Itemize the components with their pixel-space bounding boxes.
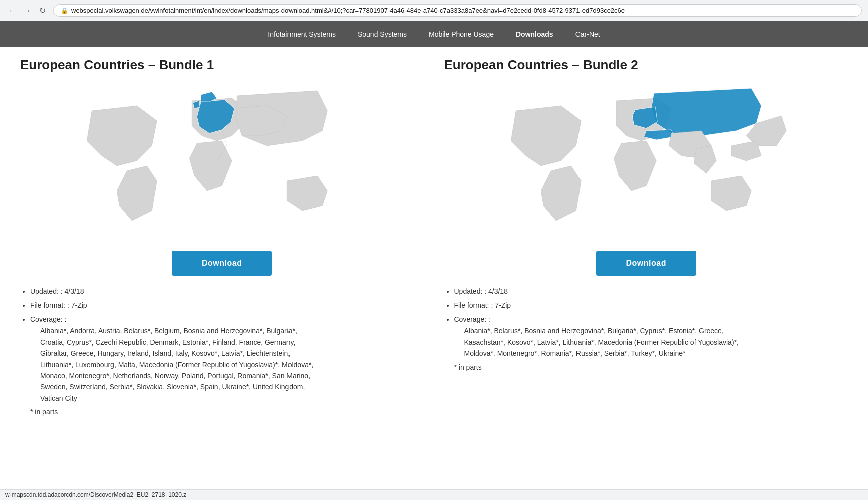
bundle-2-coverage-text: Albania*, Belarus*, Bosnia and Herzegovi… [454,325,745,359]
bundle-1-map [20,81,424,241]
bundle-1-column: European Countries – Bundle 1 [20,57,424,416]
nav-sound-systems[interactable]: Sound Systems [347,22,418,46]
bundle-2-updated: Updated: : 4/3/18 [454,286,745,298]
bundle-1-coverage-text: Albania*, Andorra, Austria, Belarus*, Be… [30,325,321,404]
bundle-1-info-list: Updated: : 4/3/18 File format: : 7-Zip C… [20,286,321,406]
nav-car-net[interactable]: Car-Net [564,22,611,46]
browser-chrome: ← → ↻ 🔒 webspecial.volkswagen.de/vwinfot… [0,0,868,21]
back-button[interactable]: ← [6,5,18,17]
bundles-container: European Countries – Bundle 1 [20,57,848,416]
bundle-1-download-button[interactable]: Download [172,251,272,276]
forward-button[interactable]: → [21,5,33,17]
bundle-2-column: European Countries – Bundle 2 [444,57,848,416]
bundle-1-title: European Countries – Bundle 1 [20,57,214,73]
main-content: European Countries – Bundle 1 [0,47,868,426]
bundle-1-map-svg [20,81,424,241]
nav-buttons: ← → ↻ [6,5,48,17]
address-bar[interactable]: 🔒 webspecial.volkswagen.de/vwinfotainmen… [53,4,862,17]
lock-icon: 🔒 [61,7,68,14]
url-text: webspecial.volkswagen.de/vwinfotainment/… [71,7,625,14]
site-nav: Infotainment Systems Sound Systems Mobil… [0,21,868,47]
nav-downloads[interactable]: Downloads [505,22,564,46]
bundle-2-download-button[interactable]: Download [596,251,696,276]
reload-button[interactable]: ↻ [36,5,48,17]
nav-infotainment[interactable]: Infotainment Systems [257,22,347,46]
bundle-1-updated: Updated: : 4/3/18 [30,286,321,298]
bundle-2-note: * in parts [444,363,482,371]
bundle-2-info-list: Updated: : 4/3/18 File format: : 7-Zip C… [444,286,745,361]
bundle-2-map-svg [444,81,848,241]
bundle-2-file-format: File format: : 7-Zip [454,300,745,312]
bundle-2-title: European Countries – Bundle 2 [444,57,638,73]
bundle-1-file-format: File format: : 7-Zip [30,300,321,312]
bundle-1-coverage-label: Coverage: : Albania*, Andorra, Austria, … [30,314,321,404]
nav-mobile-phone[interactable]: Mobile Phone Usage [418,22,505,46]
bundle-2-map [444,81,848,241]
bundle-1-note: * in parts [20,408,58,416]
bundle-2-coverage-label: Coverage: : Albania*, Belarus*, Bosnia a… [454,314,745,359]
